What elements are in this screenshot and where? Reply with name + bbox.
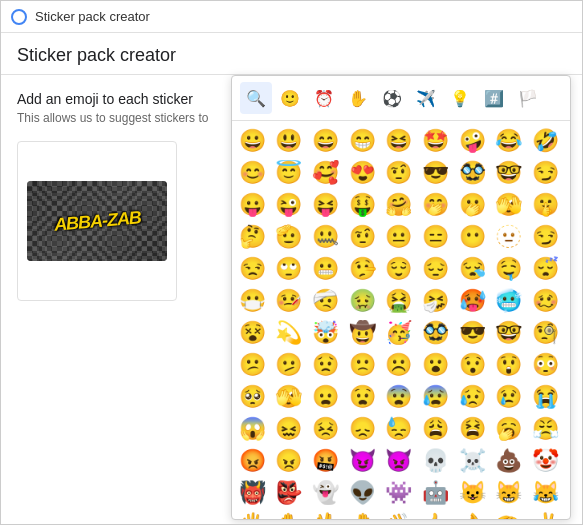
emoji-cell[interactable]: 🤖	[419, 477, 451, 509]
emoji-cell[interactable]: 😓	[383, 413, 415, 445]
emoji-cell[interactable]: 🤤	[493, 253, 525, 285]
emoji-cell[interactable]: 😑	[419, 221, 451, 253]
emoji-cell[interactable]: 😏	[529, 157, 561, 189]
hashtag-tab[interactable]: #️⃣	[478, 82, 510, 114]
emoji-cell[interactable]: ✌️	[529, 509, 561, 519]
emoji-cell[interactable]: 🥱	[493, 413, 525, 445]
emoji-cell[interactable]: 🤣	[529, 125, 561, 157]
emoji-cell[interactable]: 🤓	[493, 157, 525, 189]
emoji-cell[interactable]: 😛	[236, 189, 268, 221]
emoji-cell[interactable]: 👾	[383, 477, 415, 509]
emoji-cell[interactable]: 👹	[236, 477, 268, 509]
emoji-cell[interactable]: 😁	[346, 125, 378, 157]
emoji-cell[interactable]: 😹	[529, 477, 561, 509]
emoji-cell[interactable]: 😠	[273, 445, 305, 477]
emoji-cell[interactable]: 🤙	[419, 509, 451, 519]
emoji-cell[interactable]: 🤩	[419, 125, 451, 157]
emoji-cell[interactable]: 😲	[493, 349, 525, 381]
emoji-cell[interactable]: 💀	[419, 445, 451, 477]
emoji-cell[interactable]: 🤏	[493, 509, 525, 519]
emoji-cell[interactable]: 😮	[419, 349, 451, 381]
emoji-cell[interactable]: 😶	[456, 221, 488, 253]
emoji-cell[interactable]: 🫤	[273, 349, 305, 381]
emoji-cell[interactable]: 🙄	[273, 253, 305, 285]
emoji-cell[interactable]: 🤨	[346, 221, 378, 253]
emoji-cell[interactable]: 😌	[383, 253, 415, 285]
emoji-cell[interactable]: 🫢	[456, 189, 488, 221]
emoji-cell[interactable]: 👽	[346, 477, 378, 509]
emoji-cell[interactable]: 😃	[273, 125, 305, 157]
emoji-cell[interactable]: 🥰	[309, 157, 341, 189]
emoji-cell[interactable]: 🤯	[309, 317, 341, 349]
emoji-cell[interactable]: 🤚	[346, 509, 378, 519]
emoji-cell[interactable]: 🫣	[493, 189, 525, 221]
emoji-cell[interactable]: 😴	[529, 253, 561, 285]
emoji-cell[interactable]: 🤠	[346, 317, 378, 349]
emoji-cell[interactable]: 😟	[309, 349, 341, 381]
emoji-cell[interactable]: 😈	[346, 445, 378, 477]
emoji-cell[interactable]: 👋	[383, 509, 415, 519]
emoji-cell[interactable]: 😍	[346, 157, 378, 189]
emoji-cell[interactable]: 👻	[309, 477, 341, 509]
emoji-cell[interactable]: 😯	[456, 349, 488, 381]
emoji-cell[interactable]: 🤫	[529, 189, 561, 221]
bulb-tab[interactable]: 💡	[444, 82, 476, 114]
emoji-cell[interactable]: 🤮	[383, 285, 415, 317]
emoji-cell[interactable]: 😐	[383, 221, 415, 253]
emoji-cell[interactable]: 😊	[236, 157, 268, 189]
emoji-cell[interactable]: 😱	[236, 413, 268, 445]
emoji-cell[interactable]: 🤑	[346, 189, 378, 221]
emoji-cell[interactable]: 😭	[529, 381, 561, 413]
emoji-cell[interactable]: 🤗	[383, 189, 415, 221]
emoji-cell[interactable]: 😣	[309, 413, 341, 445]
emoji-cell[interactable]: 🥸	[419, 317, 451, 349]
emoji-cell[interactable]: 🥸	[456, 157, 488, 189]
emoji-cell[interactable]: 🤐	[309, 221, 341, 253]
emoji-cell[interactable]: 🥺	[236, 381, 268, 413]
emoji-cell[interactable]: 😫	[456, 413, 488, 445]
emoji-cell[interactable]: 😕	[236, 349, 268, 381]
emoji-cell[interactable]: 😪	[456, 253, 488, 285]
clock-tab[interactable]: ⏰	[308, 82, 340, 114]
emoji-cell[interactable]: 😧	[346, 381, 378, 413]
emoji-cell[interactable]: 😄	[309, 125, 341, 157]
emoji-cell[interactable]: 👺	[273, 477, 305, 509]
emoji-cell[interactable]: 😇	[273, 157, 305, 189]
emoji-cell[interactable]: 😂	[493, 125, 525, 157]
emoji-cell[interactable]: 😔	[419, 253, 451, 285]
emoji-cell[interactable]: 🥴	[529, 285, 561, 317]
emoji-cell[interactable]: 🤭	[419, 189, 451, 221]
emoji-cell[interactable]: 🫥	[493, 221, 525, 253]
emoji-cell[interactable]: 😺	[456, 477, 488, 509]
flag-tab[interactable]: 🏳️	[512, 82, 544, 114]
emoji-cell[interactable]: 😏	[529, 221, 561, 253]
emoji-cell[interactable]: 😜	[273, 189, 305, 221]
emoji-cell[interactable]: 🤕	[309, 285, 341, 317]
emoji-cell[interactable]: 😬	[309, 253, 341, 285]
emoji-cell[interactable]: 🤒	[273, 285, 305, 317]
emoji-cell[interactable]: 😩	[419, 413, 451, 445]
emoji-cell[interactable]: 🤥	[346, 253, 378, 285]
emoji-cell[interactable]: 🫣	[273, 381, 305, 413]
emoji-cell[interactable]: 🫡	[273, 221, 305, 253]
emoji-cell[interactable]: 🙁	[346, 349, 378, 381]
emoji-cell[interactable]: 💫	[273, 317, 305, 349]
emoji-cell[interactable]: 🤡	[529, 445, 561, 477]
hands-tab[interactable]: ✋	[342, 82, 374, 114]
emoji-cell[interactable]: 😎	[419, 157, 451, 189]
emoji-cell[interactable]: 🤔	[236, 221, 268, 253]
smileys-tab[interactable]: 🙂	[274, 82, 306, 114]
sports-tab[interactable]: ⚽	[376, 82, 408, 114]
plane-tab[interactable]: ✈️	[410, 82, 442, 114]
emoji-cell[interactable]: ☹️	[383, 349, 415, 381]
emoji-cell[interactable]: 😵	[236, 317, 268, 349]
emoji-cell[interactable]: 🖐️	[236, 509, 268, 519]
emoji-cell[interactable]: 😤	[529, 413, 561, 445]
emoji-cell[interactable]: 😦	[309, 381, 341, 413]
emoji-cell[interactable]: 😡	[236, 445, 268, 477]
emoji-cell[interactable]: 🤪	[456, 125, 488, 157]
emoji-cell[interactable]: 🤨	[383, 157, 415, 189]
emoji-cell[interactable]: 😆	[383, 125, 415, 157]
emoji-grid-container[interactable]: 😀😃😄😁😆🤩🤪😂🤣😊😇🥰😍🤨😎🥸🤓😏😛😜😝🤑🤗🤭🫢🫣🤫🤔🫡🤐🤨😐😑😶🫥😏😒🙄😬🤥…	[232, 121, 570, 519]
emoji-cell[interactable]: 😎	[456, 317, 488, 349]
